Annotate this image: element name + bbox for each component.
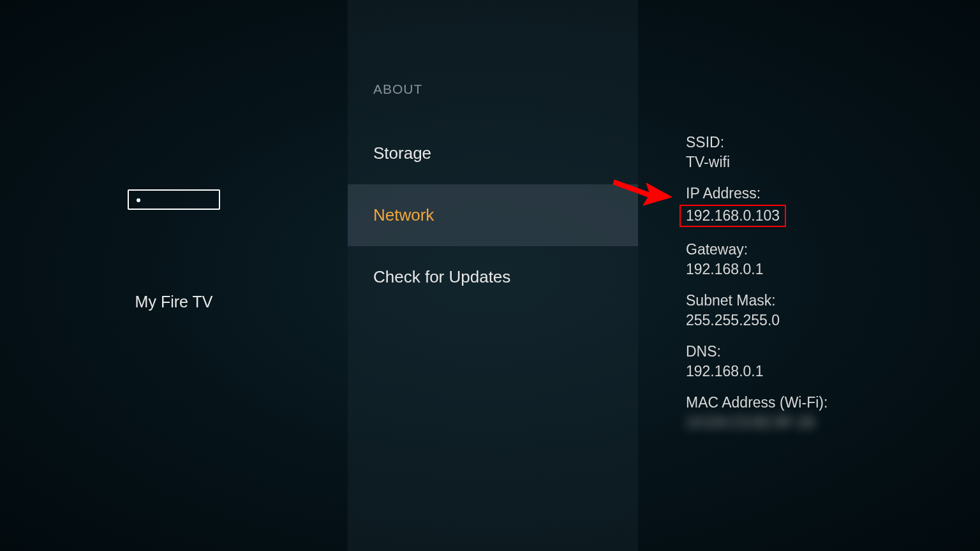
detail-label: SSID:	[686, 134, 980, 151]
network-details-panel: SSID: TV-wifi IP Address: 192.168.0.103 …	[638, 0, 980, 551]
red-arrow-annotation-icon	[611, 170, 675, 209]
detail-ip-address: IP Address: 192.168.0.103	[686, 185, 980, 227]
device-label: My Fire TV	[135, 293, 213, 311]
menu-item-network[interactable]: Network	[348, 184, 638, 246]
detail-value: TV-wifi	[686, 154, 980, 171]
about-menu-panel: ABOUT Storage Network Check for Updates	[348, 0, 638, 551]
detail-value: 192.168.0.103	[686, 207, 780, 224]
fire-tv-device-icon	[128, 189, 220, 210]
detail-ssid: SSID: TV-wifi	[686, 134, 980, 171]
menu-item-check-updates[interactable]: Check for Updates	[348, 246, 638, 308]
detail-value: 192.168.0.1	[686, 261, 980, 278]
menu-item-storage[interactable]: Storage	[348, 122, 638, 184]
detail-label: Gateway:	[686, 241, 980, 258]
ip-highlight-annotation: 192.168.0.103	[679, 205, 786, 227]
detail-value-blurred: 14:DA:C5:B2:9F:1B	[686, 414, 980, 431]
detail-mac-address: MAC Address (Wi-Fi): 14:DA:C5:B2:9F:1B	[686, 394, 980, 431]
left-panel: My Fire TV	[0, 0, 348, 551]
section-header: ABOUT	[348, 82, 638, 122]
detail-label: DNS:	[686, 343, 980, 360]
detail-label: IP Address:	[686, 185, 980, 202]
detail-dns: DNS: 192.168.0.1	[686, 343, 980, 380]
detail-gateway: Gateway: 192.168.0.1	[686, 241, 980, 278]
detail-subnet-mask: Subnet Mask: 255.255.255.0	[686, 292, 980, 329]
detail-label: Subnet Mask:	[686, 292, 980, 309]
detail-value: 192.168.0.1	[686, 363, 980, 380]
detail-label: MAC Address (Wi-Fi):	[686, 394, 980, 411]
detail-value: 255.255.255.0	[686, 312, 980, 329]
